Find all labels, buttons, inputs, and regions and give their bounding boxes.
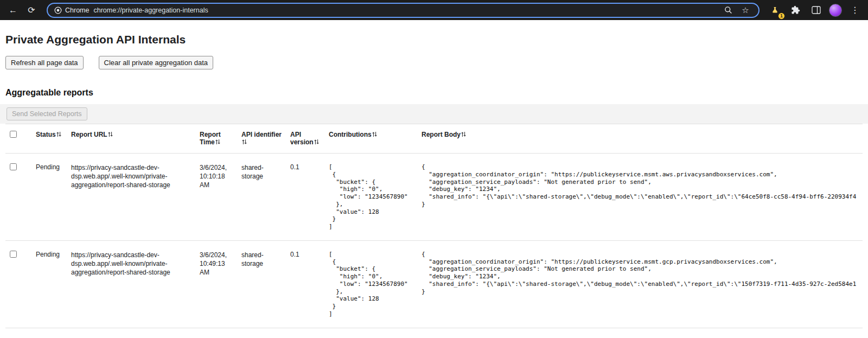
page-content: Private Aggregation API Internals Refres…	[0, 33, 868, 328]
contributions-cell: [ { "bucket": { "high": "0", "low": "123…	[324, 240, 417, 328]
page-actions: Refresh all page data Clear all private …	[5, 56, 863, 69]
select-all-checkbox[interactable]	[10, 131, 17, 138]
section-title: Aggregatable reports	[5, 88, 863, 98]
kebab-menu-icon: ⋮	[851, 3, 859, 18]
table-header-row: Status Report URL Report Time API identi…	[5, 124, 863, 154]
row-checkbox[interactable]	[10, 251, 17, 258]
header-api-version[interactable]: API version	[286, 124, 324, 154]
site-chip: Chrome	[54, 7, 89, 14]
side-panel-button[interactable]	[808, 3, 824, 18]
header-contributions[interactable]: Contributions	[324, 124, 417, 154]
reports-table: Status Report URL Report Time API identi…	[5, 124, 863, 328]
toolbar-right-icons: 1 ⋮	[767, 3, 863, 18]
report-body-cell: { "aggregation_coordinator_origin": "htt…	[417, 240, 863, 328]
report-url-cell: https://privacy-sandcastle-dev-dsp.web.a…	[67, 240, 195, 328]
header-api-identifier[interactable]: API identifier	[237, 124, 286, 154]
header-report-body[interactable]: Report Body	[417, 124, 863, 154]
address-bar[interactable]: Chrome chrome://private-aggregation-inte…	[47, 3, 760, 18]
page-title: Private Aggregation API Internals	[5, 33, 863, 46]
sort-icon	[372, 131, 377, 139]
reload-button[interactable]: ⟳	[24, 3, 39, 18]
refresh-all-button[interactable]: Refresh all page data	[5, 56, 84, 69]
experiments-button[interactable]: 1	[767, 3, 782, 18]
sort-icon	[215, 139, 220, 146]
report-time-cell: 3/6/2024, 10:10:18 AM	[195, 154, 237, 241]
api-version-cell: 0.1	[286, 154, 324, 241]
menu-button[interactable]: ⋮	[847, 3, 863, 18]
api-version-cell: 0.1	[286, 240, 324, 328]
search-icon[interactable]	[722, 4, 735, 17]
profile-avatar[interactable]	[829, 4, 842, 17]
sort-icon	[242, 139, 247, 146]
sort-icon	[56, 131, 61, 139]
api-identifier-cell: shared-storage	[237, 240, 286, 328]
report-url-cell: https://privacy-sandcastle-dev-dsp.web.a…	[67, 154, 195, 241]
report-time-cell: 3/6/2024, 10:49:13 AM	[195, 240, 237, 328]
sort-icon	[108, 131, 113, 139]
row-select-cell	[5, 154, 31, 241]
sort-icon	[314, 139, 319, 146]
url-text: chrome://private-aggregation-internals	[93, 7, 208, 14]
header-report-time[interactable]: Report Time	[195, 124, 237, 154]
bookmark-star-icon[interactable]: ☆	[739, 4, 752, 17]
back-icon: ←	[9, 3, 17, 18]
extensions-button[interactable]	[788, 3, 803, 18]
status-cell: Pending	[31, 240, 67, 328]
contributions-cell: [ { "bucket": { "high": "0", "low": "123…	[324, 154, 417, 241]
side-panel-icon	[812, 6, 821, 14]
row-select-cell	[5, 240, 31, 328]
send-selected-reports-button[interactable]: Send Selected Reports	[7, 107, 87, 120]
header-report-url[interactable]: Report URL	[67, 124, 195, 154]
extensions-puzzle-icon	[791, 5, 800, 15]
clear-data-button[interactable]: Clear all private aggregation data	[99, 56, 214, 69]
send-reports-bar: Send Selected Reports	[0, 104, 868, 124]
status-cell: Pending	[31, 154, 67, 241]
table-row: Pending https://privacy-sandcastle-dev-d…	[5, 240, 863, 328]
experiments-icon	[771, 6, 779, 14]
table-row: Pending https://privacy-sandcastle-dev-d…	[5, 154, 863, 241]
header-status[interactable]: Status	[31, 124, 67, 154]
experiments-badge: 1	[778, 12, 785, 20]
browser-toolbar: ← ⟳ Chrome chrome://private-aggregation-…	[0, 0, 868, 20]
chrome-logo-icon	[54, 7, 62, 14]
row-checkbox[interactable]	[10, 163, 17, 170]
report-body-cell: { "aggregation_coordinator_origin": "htt…	[417, 154, 863, 241]
sort-icon	[461, 131, 466, 139]
header-select-all	[5, 124, 31, 154]
reload-icon: ⟳	[28, 3, 35, 18]
back-button[interactable]: ←	[5, 3, 21, 18]
api-identifier-cell: shared-storage	[237, 154, 286, 241]
site-chip-label: Chrome	[65, 7, 89, 14]
